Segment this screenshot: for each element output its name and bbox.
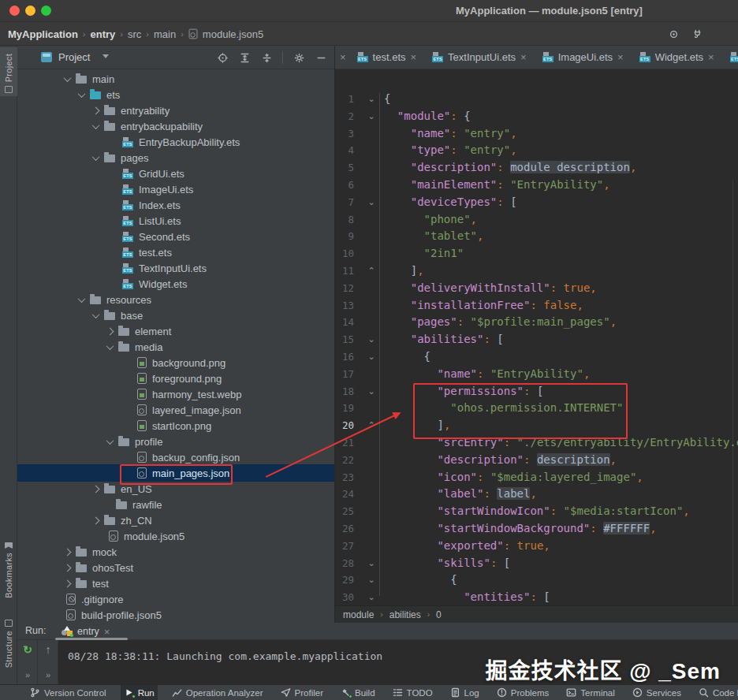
line-number-7[interactable]: 7 (335, 194, 354, 211)
editor-breadcrumb-module[interactable]: module (343, 609, 374, 620)
chevron-right-icon[interactable] (64, 579, 72, 587)
tree-item-build-profile-json5[interactable]: build-profile.json5 (17, 607, 335, 623)
chevron-down-icon[interactable] (78, 295, 86, 303)
chevron-down-icon[interactable] (64, 74, 72, 82)
chevron-right-icon[interactable] (64, 548, 72, 556)
tree-item-resources[interactable]: resources (17, 292, 335, 307)
stripe-tab-project[interactable]: Project (0, 47, 17, 96)
line-number-30[interactable]: 30 (335, 589, 354, 605)
code-line-11[interactable]: ], (384, 262, 738, 280)
fold-marker-icon[interactable]: ⌃ (365, 262, 378, 280)
code-line-1[interactable]: { (384, 91, 738, 108)
fold-marker-icon[interactable]: ⌄ (365, 572, 378, 589)
fold-markers[interactable]: ⌄⌄⌄⌃⌄⌄⌄⌃⌄⌄⌄ (365, 91, 378, 605)
line-number-4[interactable]: 4 (335, 142, 354, 159)
close-icon[interactable]: × (411, 51, 417, 63)
locate-icon[interactable] (667, 28, 680, 40)
fold-marker-icon[interactable]: ⌄ (365, 348, 378, 366)
tree-item-zh_cn[interactable]: zh_CN (17, 512, 335, 528)
code-line-22[interactable]: "description": description, (384, 452, 738, 469)
tree-item-ets[interactable]: ets (17, 87, 335, 102)
line-number-12[interactable]: 12 (335, 280, 354, 297)
hide-panel-icon[interactable] (315, 51, 327, 64)
locate-icon[interactable] (216, 51, 229, 64)
tree-item-profile[interactable]: profile (17, 434, 335, 449)
chevron-right-icon[interactable] (92, 516, 100, 524)
code-line-29[interactable]: { (384, 572, 738, 589)
breadcrumb-item-main[interactable]: main (154, 28, 176, 40)
line-number-14[interactable]: 14 (335, 314, 354, 331)
console-more-icon[interactable]: » (38, 665, 58, 684)
code-line-12[interactable]: "deliveryWithInstall": true, (384, 280, 738, 297)
status-item-todo[interactable]: TODO (390, 685, 436, 700)
editor-gutter[interactable]: 1234567891011121314151617181920212223242… (335, 91, 354, 605)
line-number-26[interactable]: 26 (335, 520, 354, 538)
status-item-build[interactable]: Build (337, 685, 378, 700)
line-number-8[interactable]: 8 (335, 211, 354, 229)
code-line-10[interactable]: "2in1" (384, 245, 738, 262)
code-line-4[interactable]: "type": "entry", (384, 142, 738, 159)
status-item-operation-analyzer[interactable]: Operation Analyzer (169, 685, 266, 700)
line-number-11[interactable]: 11 (335, 262, 354, 280)
fold-marker-icon[interactable]: ⌄ (365, 589, 378, 605)
code-line-16[interactable]: { (384, 348, 738, 366)
chevron-right-icon[interactable] (106, 327, 114, 335)
line-number-23[interactable]: 23 (335, 469, 354, 486)
tree-item-widget-ets[interactable]: ETSWidget.ets (17, 276, 335, 292)
project-tree[interactable]: mainetsentryabilityentrybackupabilityETS… (17, 69, 335, 623)
code-line-13[interactable]: "installationFree": false, (384, 297, 738, 315)
tree-item-pages[interactable]: pages (17, 150, 335, 166)
plug-icon[interactable] (691, 28, 703, 40)
line-number-16[interactable]: 16 (335, 348, 354, 366)
code-line-14[interactable]: "pages": "$profile:main_pages", (384, 314, 738, 331)
tab-test.ets[interactable]: ETStest.ets× (349, 46, 425, 69)
tree-item-rawfile[interactable]: rawfile (17, 497, 335, 512)
tree-item-harmony_test-webp[interactable]: harmony_test.webp (17, 386, 335, 402)
code-line-9[interactable]: "tablet", (384, 228, 738, 245)
line-number-25[interactable]: 25 (335, 503, 354, 520)
status-item-run[interactable]: Run (121, 685, 158, 700)
chevron-down-icon[interactable] (92, 311, 100, 318)
toolbar-more-icon[interactable]: » (17, 665, 38, 684)
breadcrumb-item-module.json5[interactable]: module.json5 (203, 28, 263, 40)
tab-widget.ets[interactable]: ETSWidget.ets× (632, 46, 722, 69)
tree-item-second-ets[interactable]: ETSSecond.ets (17, 229, 335, 244)
status-item-code-linter[interactable]: Code Linter (695, 685, 738, 700)
minimize-window-button[interactable] (25, 6, 35, 16)
chevron-down-icon[interactable] (106, 342, 114, 350)
expand-all-icon[interactable] (238, 51, 251, 64)
line-number-24[interactable]: 24 (335, 486, 354, 503)
editor-breadcrumb-abilities[interactable]: abilities (390, 609, 421, 620)
tree-item-test[interactable]: test (17, 575, 335, 591)
chevron-down-icon[interactable] (92, 153, 100, 161)
scroll-up-icon[interactable]: ↑ (38, 640, 58, 659)
tree-item-background-png[interactable]: background.png (17, 355, 335, 370)
fold-marker-icon[interactable]: ⌄ (365, 555, 378, 572)
fold-marker-icon[interactable]: ⌄ (365, 91, 378, 108)
code-line-5[interactable]: "description": module description, (384, 159, 738, 177)
tree-item-textinputui-ets[interactable]: ETSTextInputUi.ets (17, 260, 335, 276)
status-item-version-control[interactable]: Version Control (27, 685, 110, 700)
code-line-6[interactable]: "mainElement": "EntryAbility", (384, 177, 738, 194)
stripe-tab-bookmarks[interactable]: Bookmarks (0, 542, 17, 604)
tree-item-mock[interactable]: mock (17, 544, 335, 560)
chevron-down-icon[interactable] (92, 121, 100, 129)
tree-item-test-ets[interactable]: ETStest.ets (17, 244, 335, 260)
line-number-29[interactable]: 29 (335, 572, 354, 589)
tab-textinputui.ets[interactable]: ETSTextInputUi.ets× (424, 46, 535, 69)
tree-item-module-json5[interactable]: module.json5 (17, 528, 335, 544)
close-icon[interactable]: × (520, 51, 527, 63)
status-item-services[interactable]: Services (629, 685, 684, 700)
chevron-down-icon[interactable] (102, 54, 109, 58)
line-number-28[interactable]: 28 (335, 555, 354, 572)
code-line-25[interactable]: "startWindowIcon": "$media:startIcon", (384, 503, 738, 520)
project-panel-title[interactable]: Project (58, 51, 90, 63)
code-lines[interactable]: { "module": { "name": "entry", "type": "… (384, 91, 738, 605)
chevron-right-icon[interactable] (64, 564, 72, 572)
line-number-6[interactable]: 6 (335, 177, 354, 194)
code-line-24[interactable]: "label": label, (384, 486, 738, 503)
close-icon[interactable]: × (708, 51, 714, 63)
fold-marker-icon[interactable]: ⌄ (365, 108, 378, 125)
close-window-button[interactable] (9, 6, 20, 16)
code-line-7[interactable]: "deviceTypes": [ (384, 194, 738, 211)
